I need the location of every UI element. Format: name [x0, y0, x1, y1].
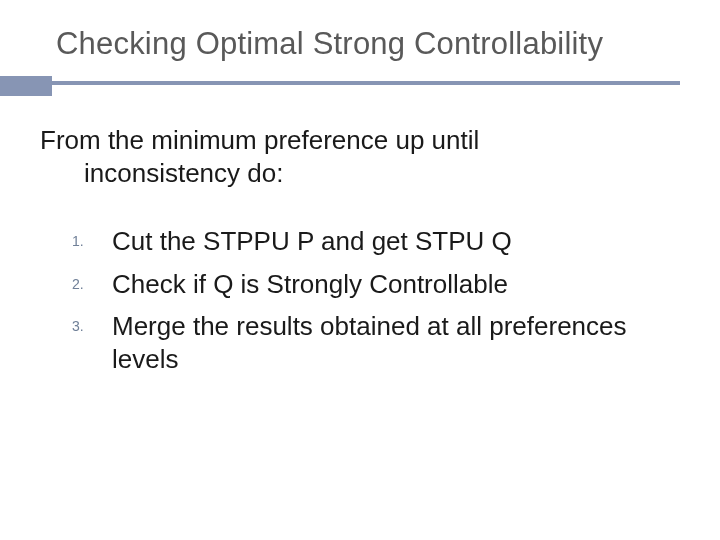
list-marker: 3.	[72, 318, 84, 336]
list-item: 3. Merge the results obtained at all pre…	[40, 310, 680, 385]
list-text: Check if Q is Strongly Controllable	[112, 269, 508, 299]
accent-bar	[0, 76, 720, 90]
accent-block	[0, 76, 52, 96]
list-text: Cut the STPPU P and get STPU Q	[112, 226, 512, 256]
intro-line-1: From the minimum preference up until	[40, 125, 479, 155]
list-item: 2. Check if Q is Strongly Controllable	[40, 268, 680, 311]
list-item: 1. Cut the STPPU P and get STPU Q	[40, 225, 680, 268]
slide-title: Checking Optimal Strong Controllability	[0, 0, 720, 76]
list-marker: 1.	[72, 233, 84, 251]
numbered-list: 1. Cut the STPPU P and get STPU Q 2. Che…	[40, 225, 680, 385]
intro-line-2: inconsistency do:	[40, 158, 283, 188]
list-marker: 2.	[72, 276, 84, 294]
intro-text: From the minimum preference up until inc…	[40, 124, 680, 189]
slide: Checking Optimal Strong Controllability …	[0, 0, 720, 540]
list-text: Merge the results obtained at all prefer…	[112, 311, 627, 374]
slide-body: From the minimum preference up until inc…	[0, 90, 720, 385]
accent-line	[0, 81, 680, 85]
